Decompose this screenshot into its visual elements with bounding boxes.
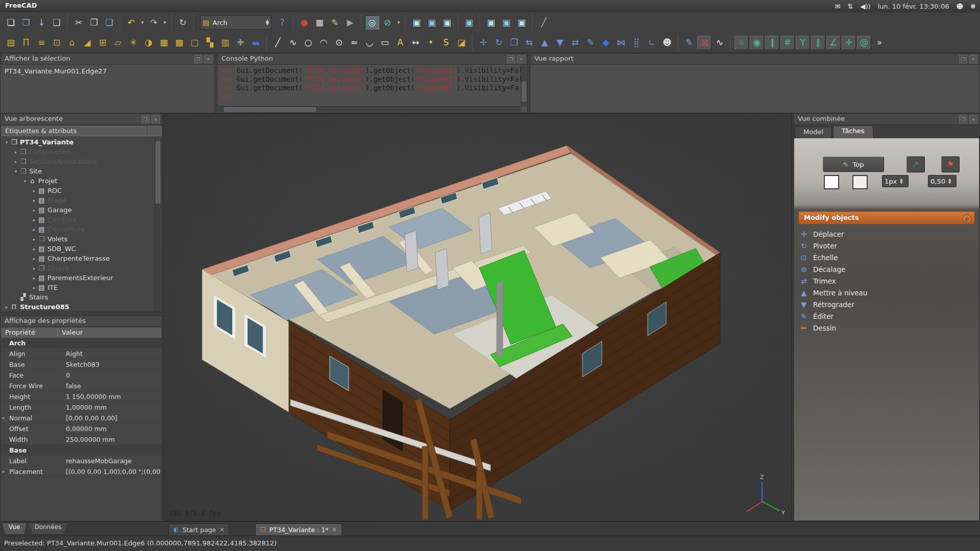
draft-circle-button[interactable]: ○ xyxy=(301,36,315,50)
tree-expander-icon[interactable]: ▸ xyxy=(31,208,37,213)
tree-expander-icon[interactable]: ▾ xyxy=(4,140,10,145)
line-width-spinbox[interactable]: 1px▲▼ xyxy=(882,175,909,187)
tree-item[interactable]: ▸▤CharpenteTerrasse xyxy=(2,254,154,263)
opacity-spinbox[interactable]: 0,50▲▼ xyxy=(928,175,957,187)
snap-lock-button[interactable]: ⌾ xyxy=(734,36,749,50)
redo-button[interactable]: ↷ xyxy=(146,15,161,30)
tree-item[interactable]: ▞Stairs xyxy=(2,292,154,302)
property-row[interactable]: Height1 150,00000 mm xyxy=(1,391,161,402)
tree-item[interactable]: ▸ΠStructure085 xyxy=(2,302,154,311)
draw-style-more-button[interactable]: ▾ xyxy=(396,15,402,30)
draft-line-button[interactable]: ╱ xyxy=(271,36,285,50)
console-vertical-scrollbar[interactable] xyxy=(521,65,527,107)
open-file-button[interactable]: ❒ xyxy=(19,15,33,30)
cut-button[interactable]: ✂ xyxy=(71,15,86,30)
snap-ortho-button[interactable]: ✛ xyxy=(842,36,856,50)
3d-viewport-canvas[interactable]: Z Y xyxy=(164,114,792,521)
arch-building-button[interactable]: ⌂ xyxy=(65,36,79,50)
view-axonometric-button[interactable]: ▣ xyxy=(409,15,424,30)
view-right-button[interactable]: ▣ xyxy=(462,15,476,30)
view-rear-button[interactable]: ▣ xyxy=(484,15,498,30)
property-value[interactable]: 0 xyxy=(61,370,161,380)
measure-distance-button[interactable]: ╱ xyxy=(536,15,551,30)
paste-button[interactable]: ❑ xyxy=(102,15,116,30)
arch-add-component-button[interactable]: ✚ xyxy=(233,36,248,50)
float-panel-icon[interactable]: ❐ xyxy=(959,55,967,63)
command-trimex[interactable]: ⇄Trimex xyxy=(799,275,974,287)
tree-expander-icon[interactable]: ▸ xyxy=(31,227,37,232)
tree-expander-icon[interactable]: ▸ xyxy=(31,198,37,203)
command-move[interactable]: ✛Déplacer xyxy=(799,228,974,240)
property-row[interactable]: Force Wirefalse xyxy=(1,381,161,391)
draft-move-button[interactable]: ✛ xyxy=(476,36,491,50)
tree-expander-icon[interactable]: ▸ xyxy=(31,237,37,242)
camera-top-button[interactable]: ✎ Top xyxy=(823,157,884,172)
draft-bspline-button[interactable]: ≈ xyxy=(347,36,361,50)
arch-rebar-button[interactable]: ≡ xyxy=(34,36,48,50)
arch-site-button[interactable]: ▩ xyxy=(172,36,186,50)
tree-expander-icon[interactable]: ▾ xyxy=(22,179,28,184)
snap-extension-button[interactable]: ❙ xyxy=(765,36,779,50)
close-tab-icon[interactable]: ✕ xyxy=(332,527,336,533)
toolbar-overflow-button[interactable]: » xyxy=(872,36,887,50)
property-row[interactable]: LabelrehausseMobGarage xyxy=(1,456,161,466)
close-panel-icon[interactable]: × xyxy=(969,55,977,63)
command-edit[interactable]: ✎Éditer xyxy=(799,310,974,322)
tree-filter-header[interactable]: Étiquettes & attributs xyxy=(2,126,146,136)
redo-more-button[interactable]: ▾ xyxy=(162,15,168,30)
draft-rectangle-button[interactable]: ▭ xyxy=(378,36,392,50)
draft-dimension-button[interactable]: ↔ xyxy=(408,36,423,50)
draft-rotate-button[interactable]: ↻ xyxy=(492,36,506,50)
close-panel-icon[interactable]: × xyxy=(969,115,977,123)
refresh-button[interactable]: ↻ xyxy=(176,15,190,30)
float-panel-icon[interactable]: ❐ xyxy=(141,115,150,123)
expander-icon[interactable]: ▸ xyxy=(3,469,5,474)
close-panel-icon[interactable]: × xyxy=(517,55,525,63)
arch-roof-button[interactable]: ◢ xyxy=(80,36,94,50)
arch-axis-system-button[interactable]: ◑ xyxy=(141,36,156,50)
tree-item[interactable]: ▸❒Construction xyxy=(2,147,154,157)
arch-section-plane-button[interactable]: ▦ xyxy=(157,36,171,50)
float-panel-icon[interactable]: ❐ xyxy=(194,55,202,63)
arch-frame-button[interactable]: ▥ xyxy=(218,36,232,50)
tree-item[interactable]: ▾⌂Projet xyxy=(2,176,154,186)
toggle-construction-mode-button[interactable]: ⊠ xyxy=(697,36,712,50)
tree-expander-icon[interactable]: ▸ xyxy=(13,149,19,155)
property-row[interactable]: Placement▸[(0,00 0,00 1,00);0,00 °;(0,00… xyxy=(1,466,161,477)
float-panel-icon[interactable]: ❐ xyxy=(959,115,967,123)
python-console-input[interactable]: >>> Gui.getDocument("PT34_Variante").get… xyxy=(218,65,521,107)
command-rotate[interactable]: ↻Pivoter xyxy=(799,240,974,252)
tree-expander-icon[interactable]: ▸ xyxy=(31,188,37,193)
snap-special-button[interactable]: @ xyxy=(857,36,871,50)
draft-text-button[interactable]: A xyxy=(393,36,407,50)
tab-tâches[interactable]: Tâches xyxy=(833,126,873,138)
arch-structure-button[interactable]: Π xyxy=(19,36,33,50)
property-value[interactable]: Sketch083 xyxy=(61,359,161,369)
face-color-swatch[interactable] xyxy=(852,175,868,189)
arch-wall-button[interactable]: ▤ xyxy=(4,36,18,50)
arch-stairs-button[interactable]: ▚ xyxy=(203,36,217,50)
arch-window-button[interactable]: ⊞ xyxy=(95,36,110,50)
tree-item[interactable]: ▸▤RDC xyxy=(2,186,154,195)
center-plane-button[interactable]: ⚑ xyxy=(941,156,960,172)
draft-offset-button[interactable]: ⇆ xyxy=(522,36,536,50)
whats-this-button[interactable]: ? xyxy=(275,15,289,30)
draft-annotation-button[interactable]: ☻ xyxy=(660,36,674,50)
view-fit-all-button[interactable]: ◎ xyxy=(365,15,379,30)
line-color-swatch[interactable] xyxy=(824,175,839,189)
draft-clone-button[interactable]: ❐ xyxy=(507,36,521,50)
draft-facebinder-button[interactable]: ◪ xyxy=(454,36,469,50)
modify-objects-section[interactable]: Modify objects ◎ xyxy=(798,211,975,224)
view-top-button[interactable]: ▣ xyxy=(440,15,454,30)
property-row[interactable]: AlignRight xyxy=(1,348,161,359)
snap-angle-button[interactable]: ∠ xyxy=(826,36,841,50)
tree-expander-icon[interactable]: ▾ xyxy=(13,169,19,174)
console-horizontal-scrollbar[interactable] xyxy=(218,106,521,112)
clock[interactable]: lun. 10 févr. 13:30:06 xyxy=(877,3,949,10)
property-row[interactable]: Normal▸[0,00 0,00 0,00] xyxy=(1,413,161,423)
tree-item[interactable]: ▸▤Combles xyxy=(2,215,154,224)
float-panel-icon[interactable]: ❐ xyxy=(507,55,515,63)
tree-expander-icon[interactable]: ▸ xyxy=(31,246,37,252)
tree-expander-icon[interactable]: ▸ xyxy=(31,217,37,222)
tree-expander-icon[interactable]: ▸ xyxy=(31,285,37,290)
